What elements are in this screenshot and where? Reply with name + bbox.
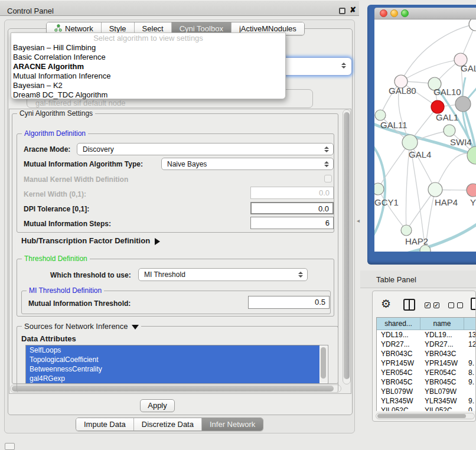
node-gcy1[interactable] <box>374 183 384 195</box>
tab-discretize-data-label: Discretize Data <box>142 420 194 429</box>
node-gray[interactable] <box>455 96 471 112</box>
mi-threshold-group-title: MI Threshold Definition <box>27 286 104 295</box>
node-swi4[interactable] <box>444 125 455 136</box>
algorithm-definition-title: Algorithm Definition <box>22 129 88 138</box>
tab-infer-network[interactable]: Infer Network <box>201 418 263 431</box>
table-scrollbar-thumb[interactable] <box>377 414 466 418</box>
hub-definition-label: Hub/Transcription Factor Definition <box>21 236 150 245</box>
combo-arrows-icon <box>322 146 331 152</box>
minimized-panel-icon[interactable] <box>5 443 15 450</box>
cell <box>464 349 476 358</box>
cell: 8. <box>464 368 476 377</box>
table-row[interactable]: YLR345WYLR345W9. <box>377 396 476 406</box>
table-row[interactable]: YPR145WYPR145W9. <box>377 358 476 368</box>
cell: 9. <box>464 377 476 387</box>
dropdown-item-basic-correlation[interactable]: Basic Correlation Inference <box>11 53 285 62</box>
aracne-mode-value: Discovery <box>83 145 114 154</box>
table-row[interactable]: YDL19...YDL19...13 <box>377 330 476 340</box>
cell: YIL052C <box>377 406 420 411</box>
node-hap2[interactable] <box>401 225 412 236</box>
table-row[interactable]: YER054CYER054C8. <box>377 368 476 377</box>
node-label-swi4: SWI4 <box>450 137 472 147</box>
control-panel-titlebar: Control Panel ✘ <box>0 0 359 16</box>
panel-splitter-handle[interactable]: ◂ <box>357 217 360 224</box>
node-unlabeled-top[interactable] <box>469 19 476 31</box>
network-window-titlebar[interactable] <box>374 8 476 19</box>
which-threshold-combobox[interactable]: MI Threshold <box>138 268 308 281</box>
vertical-scrollbar-thumb[interactable] <box>344 112 350 379</box>
unchecked-checkbox-icon[interactable] <box>457 302 463 308</box>
node-y-cut[interactable] <box>467 184 476 197</box>
list-item-topologicalcoefficient[interactable]: TopologicalCoefficient <box>26 355 319 364</box>
data-attributes-list[interactable]: SelfLoops TopologicalCoefficient Between… <box>25 345 328 384</box>
sources-group-title[interactable]: Sources for Network Inference <box>22 322 141 331</box>
tab-infer-network-label: Infer Network <box>210 420 255 429</box>
node-hap4[interactable] <box>428 182 442 197</box>
checked-checkbox-icon[interactable]: ✓ <box>425 302 431 308</box>
tab-select-label: Select <box>142 24 164 33</box>
settings-vertical-scrollbar[interactable] <box>343 109 351 384</box>
network-graph: GAL GAL80 GAL10 GAL1 GAL11 SWI4 GAL4 GCY… <box>374 19 476 252</box>
kernel-width-field[interactable]: 0.0 <box>250 187 334 199</box>
tab-impute-data[interactable]: Impute Data <box>76 418 133 431</box>
float-panel-icon[interactable] <box>339 8 345 14</box>
node-label-hap2: HAP2 <box>405 236 428 246</box>
list-item-betweennesscentrality[interactable]: BetweennessCentrality <box>26 364 319 374</box>
aracne-mode-combobox[interactable]: Discovery <box>77 143 334 155</box>
tab-discretize-data[interactable]: Discretize Data <box>133 418 201 431</box>
mi-type-combobox[interactable]: Naive Bayes <box>161 158 334 170</box>
table-row[interactable]: YBR045CYBR045C9. <box>377 377 476 387</box>
table-row[interactable]: YBR043CYBR043C <box>377 349 476 358</box>
cell: YDR27... <box>377 340 420 349</box>
dropdown-item-aracne[interactable]: ARACNE Algorithm <box>11 62 285 71</box>
mi-steps-field[interactable]: 6 <box>250 217 334 229</box>
checked-checkbox-icon[interactable]: ✓ <box>433 302 439 308</box>
list-item-selfloops[interactable]: SelfLoops <box>26 345 319 355</box>
network-selector-value: gal-filtered sif default node <box>35 99 125 107</box>
control-panel-title: Control Panel <box>7 6 54 15</box>
document-icon[interactable] <box>471 298 476 310</box>
zoom-window-icon[interactable] <box>401 9 409 17</box>
close-panel-icon[interactable]: ✘ <box>350 5 356 14</box>
columns-icon[interactable] <box>403 299 415 311</box>
mi-threshold-field[interactable]: 0.5 <box>248 296 330 309</box>
node-gal4[interactable] <box>402 135 418 150</box>
node-right-large[interactable] <box>467 146 476 164</box>
column-header-shared[interactable]: shared... <box>377 318 420 330</box>
node-label-gcy1: GCY1 <box>374 197 399 207</box>
node-gal1[interactable] <box>431 100 444 113</box>
threshold-definition-title: Threshold Definition <box>22 255 90 263</box>
mi-steps-label: Mutual Information Steps: <box>24 220 111 228</box>
list-scrollbar-thumb[interactable] <box>321 347 326 379</box>
table-row[interactable]: YDR27...YDR27...12 <box>377 340 476 349</box>
dropdown-item-mutual-information[interactable]: Mutual Information Inference <box>11 71 285 81</box>
dpi-tolerance-field[interactable]: 0.0 <box>250 202 334 214</box>
table-header-row: shared... name <box>377 318 476 330</box>
hub-definition-toggle[interactable]: Hub/Transcription Factor Definition <box>21 236 160 245</box>
table-row[interactable]: YBL079WYBL079W <box>377 387 476 396</box>
dropdown-item-dream8[interactable]: Dream8 DC_TDC Algorithm <box>11 90 285 100</box>
unchecked-checkbox-icon[interactable] <box>448 302 454 308</box>
combo-arrows-icon <box>296 272 305 278</box>
gear-icon[interactable]: ⚙ <box>381 297 391 311</box>
manual-kernel-checkbox[interactable] <box>324 175 332 182</box>
node-gal11[interactable] <box>375 110 386 120</box>
column-header-name[interactable]: name <box>420 318 464 330</box>
tab-network-label: Network <box>65 24 93 33</box>
close-window-icon[interactable] <box>380 9 387 17</box>
apply-button[interactable]: Apply <box>140 399 175 412</box>
table-horizontal-scrollbar[interactable] <box>376 413 475 419</box>
table-row[interactable]: YIL052CYIL052C0. <box>377 406 476 411</box>
cell <box>464 387 476 396</box>
algorithm-dropdown-list: Select algorithm to view settings Bayesi… <box>11 32 286 99</box>
tab-style-label: Style <box>109 24 126 33</box>
cell: YBL079W <box>377 387 420 396</box>
minimize-window-icon[interactable] <box>390 9 398 17</box>
dropdown-item-bayesian-k2[interactable]: Bayesian – K2 <box>11 81 285 90</box>
network-canvas[interactable]: GAL GAL80 GAL10 GAL1 GAL11 SWI4 GAL4 GCY… <box>374 19 476 252</box>
dropdown-item-bayesian-hill[interactable]: Bayesian – Hill Climbing <box>11 43 285 53</box>
list-item-gal4rgexp[interactable]: gal4RGexp <box>26 374 319 383</box>
column-header-third[interactable] <box>464 318 476 330</box>
cell: YER054C <box>377 368 420 377</box>
list-vertical-scrollbar[interactable] <box>320 346 327 383</box>
